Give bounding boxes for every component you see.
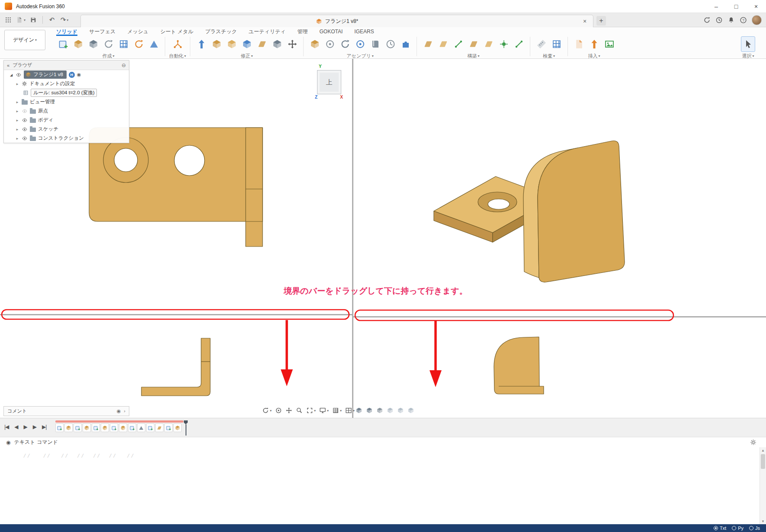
pattern-button[interactable] — [116, 36, 131, 52]
viewport-splitter-vertical[interactable] — [352, 59, 353, 418]
wire-cube-icon[interactable] — [387, 407, 394, 414]
viewport-canvas[interactable]: « ブラウザ ⊖ フランジ1 v8 H ◉ ドキュメントの設定 — [0, 59, 766, 418]
browser-minimize-icon[interactable]: ⊖ — [122, 62, 126, 68]
move-copy-button[interactable] — [285, 36, 299, 52]
browser-row-origin[interactable]: 原点 — [4, 106, 129, 115]
timeline-feature-sketch[interactable] — [74, 423, 82, 432]
new-document-tab-button[interactable]: + — [596, 16, 606, 26]
canvas-button[interactable] — [602, 36, 616, 52]
undo-icon[interactable]: ↶ — [46, 14, 58, 26]
viewport-splitter-horizontal-right[interactable] — [353, 316, 766, 317]
timeline-feature-fillet[interactable] — [101, 423, 109, 432]
scroll-up-icon[interactable]: ▲ — [760, 447, 766, 453]
motion-study-button[interactable] — [383, 36, 397, 52]
measure-button[interactable] — [534, 36, 548, 52]
file-menu-icon[interactable] — [15, 14, 26, 26]
workspace-selector[interactable]: デザイン — [4, 30, 45, 50]
app-grid-icon[interactable] — [3, 14, 14, 26]
iso-view-model[interactable] — [434, 141, 625, 282]
comment-expand-icon[interactable]: › — [124, 408, 125, 414]
joint-button[interactable] — [323, 36, 337, 52]
insert-dxf-button[interactable] — [587, 36, 601, 52]
step-back-icon[interactable]: ◀ — [14, 424, 18, 430]
contact-sets-button[interactable] — [398, 36, 413, 52]
statusbar-option-py[interactable]: Py — [732, 526, 744, 531]
top-view-model[interactable] — [89, 128, 263, 247]
tab-sheet-metal[interactable]: シート メタル — [160, 27, 193, 36]
radio-txt[interactable] — [714, 526, 718, 530]
zoom-icon[interactable] — [296, 407, 303, 414]
create-form-button[interactable] — [71, 36, 85, 52]
statusbar-option-js[interactable]: Js — [749, 526, 760, 531]
job-status-icon[interactable] — [703, 16, 711, 24]
shaded-cube-icon[interactable] — [376, 407, 383, 414]
browser-row-bodies[interactable]: ボディ — [4, 115, 129, 125]
new-component-button[interactable] — [308, 36, 322, 52]
shaded-cube-icon[interactable] — [356, 407, 362, 414]
save-icon[interactable] — [28, 14, 39, 26]
browser-row-named-views[interactable]: ビュー管理 — [4, 97, 129, 106]
corner-view-model[interactable] — [494, 337, 544, 394]
display-settings-icon[interactable] — [319, 407, 329, 414]
visibility-eye-icon[interactable] — [22, 109, 28, 114]
scroll-down-icon[interactable]: ▼ — [760, 518, 766, 524]
timeline-position-marker[interactable] — [184, 420, 188, 436]
extrude-button[interactable] — [86, 36, 100, 52]
tangent-plane-button[interactable] — [481, 36, 496, 52]
viewport-layout-icon[interactable] — [345, 407, 355, 414]
go-to-end-icon[interactable]: ▶| — [42, 424, 46, 430]
document-tab[interactable]: フランジ1 v8* × — [80, 15, 593, 27]
history-badge[interactable]: H — [69, 72, 75, 78]
timeline-feature-mirror[interactable] — [137, 423, 145, 432]
scrollbar[interactable]: ▲ ▼ — [760, 447, 766, 524]
maximize-button[interactable]: □ — [726, 0, 746, 13]
press-pull-button[interactable] — [194, 36, 208, 52]
assemble-group-dropdown[interactable]: アセンブリ — [346, 53, 373, 59]
browser-row-sketches[interactable]: スケッチ — [4, 125, 129, 134]
root-component-chip[interactable]: フランジ1 v8 — [24, 71, 67, 79]
point-button[interactable] — [497, 36, 511, 52]
timeline-feature-extrude[interactable] — [64, 423, 73, 432]
browser-row-rule[interactable]: ルール: sus304 t=2.0 (変換) — [4, 88, 129, 97]
text-command-body[interactable]: / / / / / / / / / / / / / / ▲ ▼ — [0, 447, 766, 524]
visibility-eye-icon[interactable] — [22, 127, 28, 132]
loft-button[interactable] — [147, 36, 161, 52]
viewcube[interactable]: 上 Y X Z — [317, 70, 341, 94]
version-history-icon[interactable] — [715, 16, 723, 24]
wire-cube-icon[interactable] — [407, 407, 414, 414]
collapsed-triangle-icon[interactable] — [15, 127, 19, 131]
tab-plastic[interactable]: プラスチック — [205, 27, 237, 36]
wire-cube-icon[interactable] — [397, 407, 404, 414]
radio-py[interactable] — [732, 526, 736, 530]
modify-group-dropdown[interactable]: 修正 — [241, 53, 253, 59]
visibility-eye-icon[interactable] — [22, 136, 28, 141]
create-group-dropdown[interactable]: 作成 — [102, 53, 114, 59]
insert-derive-button[interactable] — [572, 36, 586, 52]
plane-at-angle-button[interactable] — [466, 36, 481, 52]
collapsed-triangle-icon[interactable] — [15, 82, 19, 86]
timeline-feature-sketch[interactable] — [164, 423, 173, 432]
tab-igears[interactable]: IGEARS — [354, 27, 374, 36]
tab-manage[interactable]: 管理 — [298, 27, 308, 36]
browser-row-construction[interactable]: コンストラクション — [4, 134, 129, 143]
as-built-joint-button[interactable] — [338, 36, 352, 52]
statusbar-option-txt[interactable]: Txt — [714, 526, 726, 531]
revolve-button[interactable] — [101, 36, 115, 52]
document-tab-close-icon[interactable]: × — [581, 18, 589, 25]
collapse-panel-icon[interactable]: « — [7, 63, 10, 68]
radio-js[interactable] — [749, 526, 753, 530]
browser-row-document-settings[interactable]: ドキュメントの設定 — [4, 79, 129, 88]
visibility-eye-icon[interactable] — [22, 118, 28, 123]
timeline-feature-sketch[interactable] — [146, 423, 154, 432]
visibility-eye-icon[interactable] — [16, 72, 22, 77]
timeline-feature-extrude[interactable] — [173, 423, 182, 432]
shell-button[interactable] — [224, 36, 239, 52]
timeline-feature-sketch[interactable] — [92, 423, 100, 432]
text-command-toggle-icon[interactable]: ◉ — [6, 439, 10, 445]
section-analysis-button[interactable] — [549, 36, 564, 52]
tab-gokotai[interactable]: GOKOTAI — [320, 27, 343, 36]
play-icon[interactable]: ▶ — [24, 424, 27, 430]
axis-button[interactable] — [451, 36, 465, 52]
viewport-splitter-horizontal-left[interactable] — [0, 314, 352, 315]
collapsed-triangle-icon[interactable] — [15, 100, 19, 104]
